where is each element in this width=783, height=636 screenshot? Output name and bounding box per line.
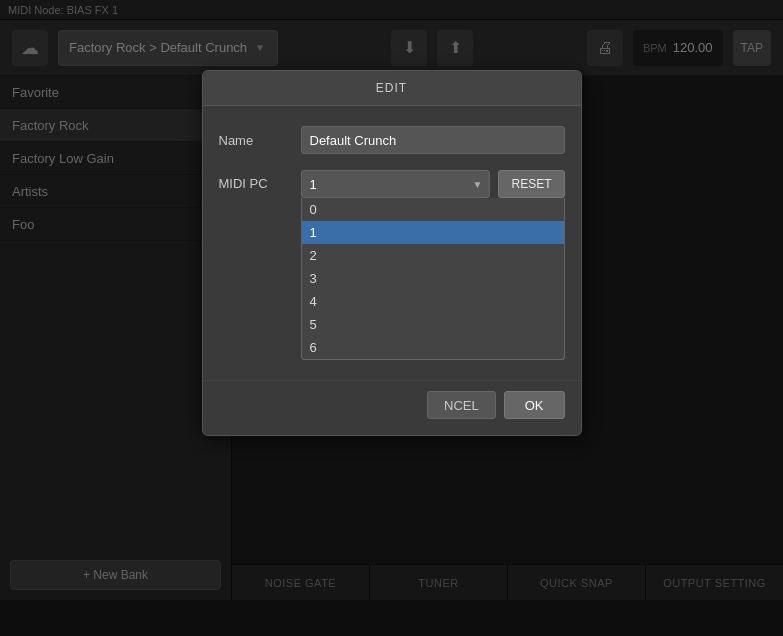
midi-select-row: 1 ▼ RESET [301, 170, 565, 198]
modal-footer: NCEL OK [203, 380, 581, 435]
name-input[interactable] [301, 126, 565, 154]
edit-modal: EDIT Name MIDI PC 1 ▼ [202, 70, 582, 436]
modal-title: EDIT [376, 81, 407, 95]
midi-controls: 1 ▼ RESET 0 1 2 3 4 [301, 170, 565, 360]
dropdown-item-1[interactable]: 1 [302, 221, 564, 244]
dropdown-item-3[interactable]: 3 [302, 267, 564, 290]
midi-pc-select[interactable]: 1 [301, 170, 491, 198]
midi-select-wrapper: 1 ▼ [301, 170, 491, 198]
reset-button[interactable]: RESET [498, 170, 564, 198]
modal-overlay: EDIT Name MIDI PC 1 ▼ [0, 0, 783, 636]
dropdown-item-6[interactable]: 6 [302, 336, 564, 359]
midi-dropdown-list[interactable]: 0 1 2 3 4 5 6 [301, 198, 565, 360]
dropdown-item-4[interactable]: 4 [302, 290, 564, 313]
dropdown-item-2[interactable]: 2 [302, 244, 564, 267]
name-row: Name [219, 126, 565, 154]
cancel-button[interactable]: NCEL [427, 391, 496, 419]
modal-header: EDIT [203, 71, 581, 106]
name-label: Name [219, 133, 289, 148]
ok-button[interactable]: OK [504, 391, 565, 419]
modal-body: Name MIDI PC 1 ▼ RESET [203, 106, 581, 376]
midi-pc-label: MIDI PC [219, 170, 289, 191]
dropdown-item-0[interactable]: 0 [302, 198, 564, 221]
dropdown-item-5[interactable]: 5 [302, 313, 564, 336]
midi-pc-row: MIDI PC 1 ▼ RESET [219, 170, 565, 360]
